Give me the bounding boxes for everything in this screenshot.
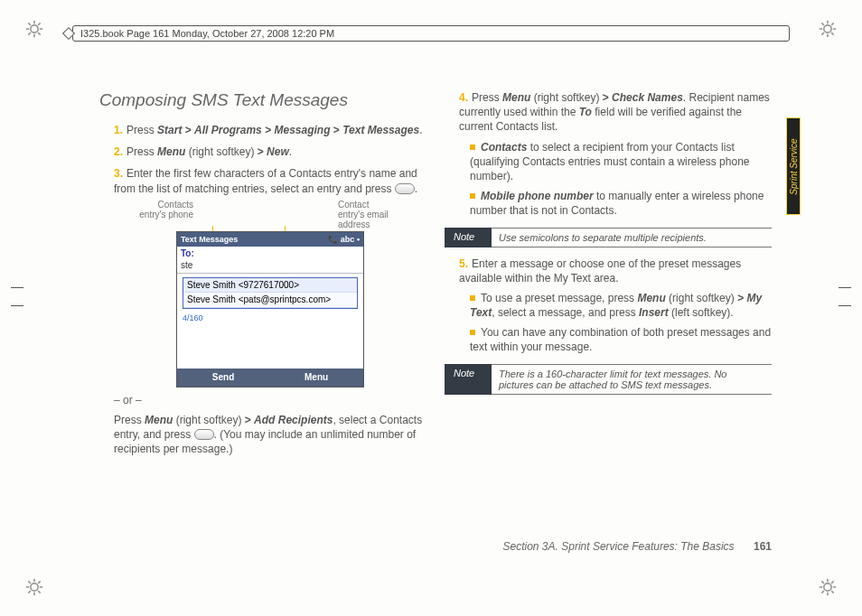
phone-char-count: 4/160 bbox=[177, 313, 363, 327]
side-tab-label: Sprint Service bbox=[789, 138, 799, 194]
crop-mark bbox=[9, 280, 25, 296]
side-tab: Sprint Service bbox=[786, 117, 801, 215]
print-header-text: I325.book Page 161 Monday, October 27, 2… bbox=[80, 28, 334, 39]
footer-page-number: 161 bbox=[754, 540, 772, 553]
note-1: Note Use semicolons to separate multiple… bbox=[445, 228, 772, 247]
step-1: 1.Press Start > All Programs > Messaging… bbox=[114, 123, 426, 137]
step-2: 2.Press Menu (right softkey) > New. bbox=[114, 145, 426, 159]
phone-status-icons: 📞 abc ▪ bbox=[328, 234, 360, 245]
phone-suggest-1: Steve Smith <9727617000> bbox=[183, 278, 357, 294]
svg-line-33 bbox=[831, 591, 834, 593]
crop-mark bbox=[837, 298, 853, 314]
svg-line-24 bbox=[38, 591, 40, 593]
phone-suggestions: Steve Smith <9727617000> Steve Smith <pa… bbox=[183, 277, 358, 309]
svg-line-7 bbox=[38, 23, 40, 25]
step-5: 5.Enter a message or choose one of the p… bbox=[459, 257, 772, 355]
phone-suggest-2: Steve Smith <pats@sprintpcs.com> bbox=[183, 293, 357, 308]
svg-line-6 bbox=[38, 33, 40, 34]
crop-mark bbox=[9, 298, 25, 314]
step-3: 3.Enter the first few characters of a Co… bbox=[114, 166, 426, 456]
print-mark-gear-tr bbox=[819, 20, 837, 38]
svg-point-0 bbox=[31, 25, 38, 33]
or-divider: – or – bbox=[114, 393, 426, 407]
phone-screenshot: Text Messages 📞 abc ▪ To: ste Steve Smit… bbox=[176, 231, 364, 387]
phone-softkeys: Send Menu bbox=[177, 369, 363, 387]
print-mark-gear-tl bbox=[25, 20, 43, 38]
note-2: Note There is a 160-character limit for … bbox=[445, 364, 772, 395]
right-column: 4.Press Menu (right softkey) > Check Nam… bbox=[445, 90, 772, 526]
step-5-sub-2: You can have any combination of both pre… bbox=[470, 325, 772, 354]
svg-line-23 bbox=[28, 581, 30, 583]
step-4-sub-2: Mobile phone number to manually enter a … bbox=[470, 189, 772, 218]
print-mark-gear-br bbox=[819, 578, 837, 596]
phone-softkey-right: Menu bbox=[305, 371, 328, 384]
svg-line-32 bbox=[821, 581, 824, 583]
print-mark-gear-bl bbox=[25, 578, 43, 596]
svg-line-15 bbox=[831, 33, 834, 34]
phone-title-text: Text Messages bbox=[181, 234, 238, 245]
crop-mark bbox=[837, 280, 853, 296]
svg-line-16 bbox=[831, 23, 834, 25]
svg-point-27 bbox=[824, 583, 831, 591]
svg-line-17 bbox=[821, 33, 824, 34]
footer-section: Section 3A. Sprint Service Features: The… bbox=[503, 540, 735, 553]
ok-key-icon bbox=[395, 183, 415, 194]
page-content: Composing SMS Text Messages 1.Press Star… bbox=[99, 90, 772, 526]
phone-titlebar: Text Messages 📞 abc ▪ bbox=[177, 232, 363, 247]
svg-line-5 bbox=[28, 23, 30, 25]
page-footer: Section 3A. Sprint Service Features: The… bbox=[99, 540, 772, 553]
note-1-text: Use semicolons to separate multiple reci… bbox=[492, 228, 772, 247]
step-4-sub-1: Contacts to select a recipient from your… bbox=[470, 140, 772, 184]
note-2-text: There is a 160-character limit for text … bbox=[492, 364, 772, 395]
section-heading: Composing SMS Text Messages bbox=[99, 90, 426, 110]
svg-line-34 bbox=[831, 581, 834, 583]
print-header: I325.book Page 161 Monday, October 27, 2… bbox=[72, 25, 790, 42]
step-3-alt: Press Menu (right softkey) > Add Recipie… bbox=[114, 413, 426, 457]
svg-line-35 bbox=[821, 591, 824, 593]
svg-line-26 bbox=[28, 591, 30, 593]
left-column: Composing SMS Text Messages 1.Press Star… bbox=[99, 90, 426, 526]
phone-typed-text: ste bbox=[181, 260, 192, 270]
svg-line-8 bbox=[28, 33, 30, 34]
phone-softkey-left: Send bbox=[212, 371, 234, 384]
note-label: Note bbox=[445, 364, 492, 395]
step-4: 4.Press Menu (right softkey) > Check Nam… bbox=[459, 90, 772, 219]
svg-line-25 bbox=[38, 581, 40, 583]
phone-to-label: To: bbox=[181, 248, 194, 258]
svg-point-18 bbox=[31, 583, 38, 591]
svg-line-14 bbox=[821, 23, 824, 25]
figure-callouts: Contactsentry's phone Contactentry's ema… bbox=[114, 196, 426, 231]
ok-key-icon bbox=[194, 429, 214, 440]
svg-point-9 bbox=[824, 25, 831, 33]
step-5-sub-1: To use a preset message, press Menu (rig… bbox=[470, 291, 772, 320]
note-label: Note bbox=[445, 228, 492, 247]
